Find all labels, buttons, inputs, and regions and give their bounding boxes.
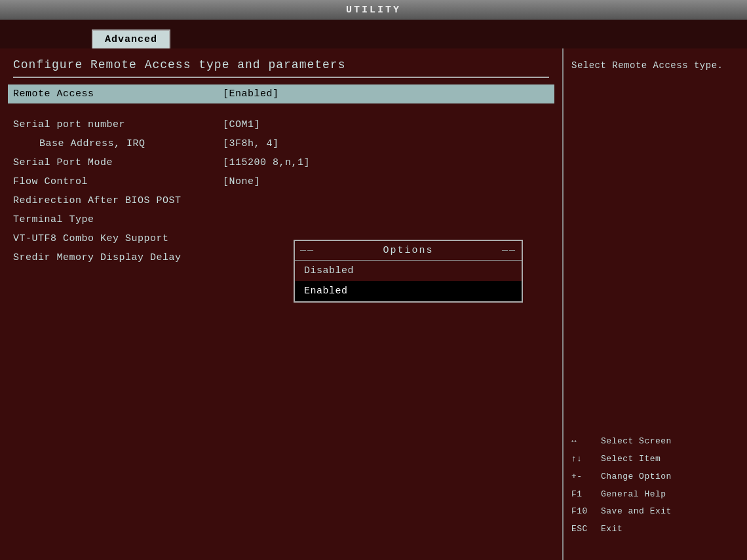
top-bar-title: UTILITY: [346, 5, 401, 16]
value-serial-port: [COM1]: [223, 119, 260, 130]
setting-row-base-address[interactable]: Base Address, IRQ [3F8h, 4]: [13, 134, 549, 153]
value-port-mode: [115200 8,n,1]: [223, 157, 310, 168]
label-vt-utf8: VT-UTF8 Combo Key Support: [13, 233, 223, 244]
help-text-content: Select Remote Access type.: [571, 60, 723, 71]
label-terminal-type: Terminal Type: [13, 214, 223, 225]
main-content: Configure Remote Access type and paramet…: [0, 48, 747, 560]
key-row-f10: F10 Save and Exit: [571, 505, 739, 519]
value-flow-control: [None]: [223, 176, 260, 187]
setting-row-flow-control[interactable]: Flow Control [None]: [13, 172, 549, 191]
setting-row-terminal-type[interactable]: Terminal Type: [13, 210, 549, 229]
label-sredir: Sredir Memory Display Delay: [13, 252, 223, 263]
key-sym-f1: F1: [571, 488, 601, 502]
key-sym-esc: ESC: [571, 523, 601, 536]
section-header: Configure Remote Access type and paramet…: [0, 48, 562, 77]
key-row-f1: F1 General Help: [571, 488, 739, 502]
label-base-address: Base Address, IRQ: [13, 138, 223, 149]
key-sym-updown: ↑↓: [571, 453, 601, 466]
key-row-change-option: +- Change Option: [571, 470, 739, 484]
key-desc-change-option: Change Option: [601, 470, 739, 484]
key-sym-plusminus: +-: [571, 470, 601, 484]
options-popup: Options Disabled Enabled: [294, 240, 523, 303]
label-redirection: Redirection After BIOS POST: [13, 195, 223, 206]
section-divider: [13, 77, 549, 78]
tab-advanced[interactable]: Advanced: [92, 29, 170, 48]
key-desc-f1: General Help: [601, 488, 739, 502]
option-disabled[interactable]: Disabled: [295, 261, 522, 281]
options-popup-title: Options: [295, 241, 522, 261]
value-base-address: [3F8h, 4]: [223, 138, 279, 149]
key-desc-select-item: Select Item: [601, 453, 739, 466]
key-sym-f10: F10: [571, 505, 601, 519]
label-port-mode: Serial Port Mode: [13, 157, 223, 168]
setting-row-remote-access[interactable]: Remote Access [Enabled]: [8, 84, 554, 103]
key-help: ↔ Select Screen ↑↓ Select Item +- Change…: [571, 435, 739, 540]
key-desc-select-screen: Select Screen: [601, 435, 739, 449]
help-text: Select Remote Access type.: [571, 58, 739, 74]
key-row-esc: ESC Exit: [571, 523, 739, 536]
label-remote-access: Remote Access: [13, 88, 223, 100]
setting-row-redirection[interactable]: Redirection After BIOS POST: [13, 191, 549, 210]
key-row-select-item: ↑↓ Select Item: [571, 453, 739, 466]
key-row-select-screen: ↔ Select Screen: [571, 435, 739, 449]
left-panel: Configure Remote Access type and paramet…: [0, 48, 564, 560]
setting-row-serial-port[interactable]: Serial port number [COM1]: [13, 115, 549, 134]
label-serial-port: Serial port number: [13, 119, 223, 130]
key-desc-f10: Save and Exit: [601, 505, 739, 519]
top-bar: UTILITY: [0, 0, 747, 20]
label-flow-control: Flow Control: [13, 176, 223, 187]
right-panel: Select Remote Access type. ↔ Select Scre…: [564, 48, 747, 560]
key-desc-esc: Exit: [601, 523, 739, 536]
tab-bar: Advanced: [0, 20, 747, 48]
value-remote-access: [Enabled]: [223, 88, 279, 100]
setting-row-port-mode[interactable]: Serial Port Mode [115200 8,n,1]: [13, 153, 549, 172]
option-enabled[interactable]: Enabled: [295, 281, 522, 301]
key-sym-arrows: ↔: [571, 435, 601, 449]
